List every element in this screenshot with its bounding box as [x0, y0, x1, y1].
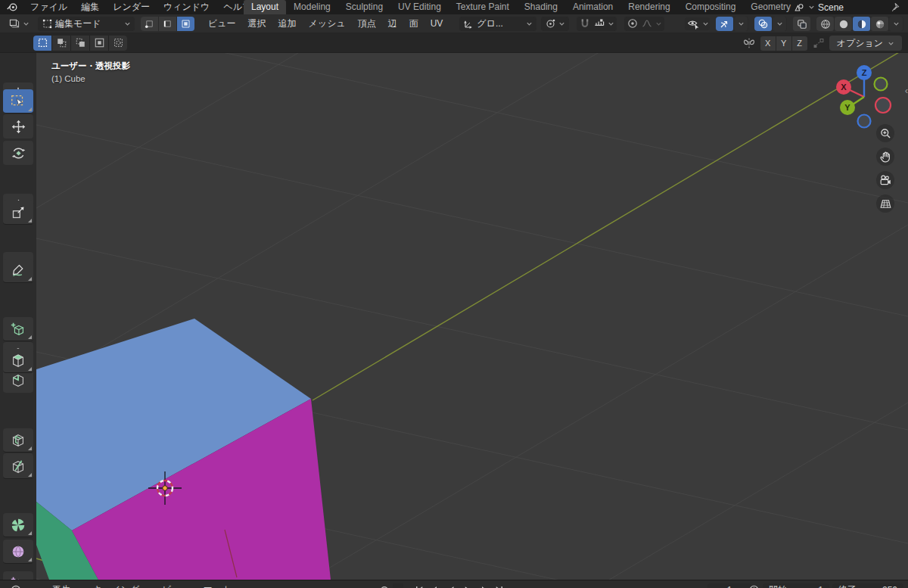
menu-keying[interactable]: キーイング [86, 583, 155, 588]
pan-button[interactable] [876, 148, 894, 166]
sidebar-collapse-arrow[interactable]: ‹ [905, 86, 908, 95]
menu-add[interactable]: 追加 [272, 17, 303, 30]
current-frame-field[interactable]: 1 [707, 583, 751, 588]
tool-select-box[interactable] [3, 89, 33, 114]
shading-solid-button[interactable] [835, 17, 852, 31]
tab-texture-paint[interactable]: Texture Paint [449, 0, 517, 14]
face-select-button[interactable] [177, 17, 194, 31]
menu-timeline-view[interactable]: ビュー [155, 583, 197, 588]
scene-name[interactable]: Scene [818, 2, 888, 13]
cube-mesh[interactable] [36, 319, 331, 580]
scene-selector[interactable]: Scene [793, 0, 908, 14]
tab-shading[interactable]: Shading [517, 0, 565, 14]
menu-render[interactable]: レンダー [106, 0, 157, 14]
tool-smooth[interactable] [3, 540, 33, 564]
tool-annotate[interactable] [3, 259, 33, 283]
select-invert-button[interactable] [90, 36, 108, 51]
shading-rendered-button[interactable] [871, 17, 888, 31]
menu-marker[interactable]: マーカー [197, 583, 247, 588]
menu-file[interactable]: ファイル [23, 0, 74, 14]
tool-spin[interactable] [3, 513, 33, 537]
select-intersect-button[interactable] [109, 36, 127, 51]
tab-rendering[interactable]: Rendering [620, 0, 677, 14]
view-name-label: ユーザー・透視投影 [51, 60, 130, 73]
tool-add-cube[interactable] [3, 317, 33, 341]
gizmos-dropdown[interactable] [734, 17, 748, 31]
shading-dropdown[interactable] [889, 17, 903, 31]
tab-animation[interactable]: Animation [565, 0, 620, 14]
menu-edge[interactable]: 辺 [382, 17, 403, 30]
play-button[interactable] [460, 583, 474, 588]
mirror-x-toggle[interactable]: X [760, 36, 776, 51]
tab-modeling[interactable]: Modeling [286, 0, 338, 14]
gizmos-group [716, 17, 748, 31]
pin-icon[interactable] [891, 2, 902, 13]
menu-window[interactable]: ウィンドウ [157, 0, 216, 14]
tool-knife[interactable] [3, 455, 33, 479]
tool-rotate[interactable] [3, 141, 33, 165]
keying-set-field[interactable] [393, 583, 403, 588]
select-new-button[interactable] [33, 36, 51, 51]
editor-type-button[interactable] [5, 17, 33, 31]
tool-extrude-region[interactable] [3, 349, 33, 373]
toggle-projection-button[interactable] [876, 194, 894, 213]
zoom-button[interactable] [876, 124, 894, 142]
menu-mesh[interactable]: メッシュ [303, 17, 352, 30]
menu-playback[interactable]: 再生 [45, 583, 86, 588]
xray-toggle[interactable] [793, 17, 810, 31]
tool-loop-cut[interactable] [3, 428, 33, 453]
frame-end-field[interactable]: 終了 250 [832, 583, 903, 588]
snap-magnet-icon[interactable] [579, 17, 591, 30]
auto-key-button[interactable] [377, 583, 391, 588]
add-cube-icon [10, 321, 26, 338]
viewport-3d[interactable]: ユーザー・透視投影 (1) Cube Z X Y ‹ [36, 53, 908, 580]
mirror-y-toggle[interactable]: Y [776, 36, 791, 51]
next-keyframe-button[interactable] [476, 583, 490, 588]
snap-increments-icon[interactable] [593, 17, 605, 30]
mirror-icon[interactable] [742, 36, 756, 50]
tab-compositing[interactable]: Compositing [678, 0, 744, 14]
mode-dropdown[interactable]: 編集モード [38, 17, 135, 31]
snap-base-icon[interactable] [812, 37, 825, 50]
select-extend-button[interactable] [52, 36, 70, 51]
pivot-point-dropdown[interactable] [541, 17, 569, 31]
menu-vertex[interactable]: 頂点 [352, 17, 382, 30]
play-reverse-button[interactable] [444, 583, 459, 588]
menu-view[interactable]: ビュー [202, 17, 242, 30]
navigation-gizmo[interactable]: Z X Y [828, 59, 897, 129]
overlays-dropdown[interactable] [773, 17, 786, 31]
tab-sculpting[interactable]: Sculpting [338, 0, 390, 14]
camera-view-button[interactable] [876, 171, 894, 189]
menu-uv[interactable]: UV [424, 18, 449, 29]
menu-edit[interactable]: 編集 [74, 0, 106, 14]
proportional-editing-icon[interactable] [627, 17, 639, 30]
jump-to-start-button[interactable] [412, 583, 427, 588]
transform-orientation-dropdown[interactable]: グロ... [459, 17, 536, 31]
tool-rip-region[interactable] [3, 571, 33, 580]
menu-select[interactable]: 選択 [242, 17, 272, 30]
chevron-down-icon[interactable] [655, 20, 662, 27]
visibility-dropdown[interactable] [685, 17, 710, 30]
frame-start-field[interactable]: 開始 1 [763, 583, 829, 588]
shading-wireframe-button[interactable] [816, 17, 834, 31]
show-overlays-toggle[interactable] [754, 17, 772, 31]
tool-move[interactable] [3, 114, 33, 138]
mirror-z-toggle[interactable]: Z [792, 36, 807, 51]
tab-uv-editing[interactable]: UV Editing [390, 0, 449, 14]
falloff-curve-icon[interactable] [641, 17, 653, 30]
select-subtract-button[interactable] [71, 36, 89, 51]
timeline-editor-type-button[interactable] [6, 583, 35, 588]
show-gizmos-toggle[interactable] [716, 17, 733, 31]
tool-scale[interactable] [3, 201, 33, 225]
jump-to-end-button[interactable] [492, 583, 506, 588]
blender-menu-button[interactable] [0, 0, 23, 14]
prev-keyframe-button[interactable] [428, 583, 443, 588]
vertex-select-button[interactable] [141, 17, 158, 31]
shading-material-preview-button[interactable] [853, 17, 870, 31]
tab-layout[interactable]: Layout [244, 0, 286, 14]
options-dropdown[interactable]: オプション [829, 36, 902, 51]
tab-geometry-nodes[interactable]: Geometry [743, 0, 798, 14]
menu-face[interactable]: 面 [403, 17, 424, 30]
edge-select-button[interactable] [159, 17, 176, 31]
chevron-down-icon[interactable] [608, 20, 614, 27]
